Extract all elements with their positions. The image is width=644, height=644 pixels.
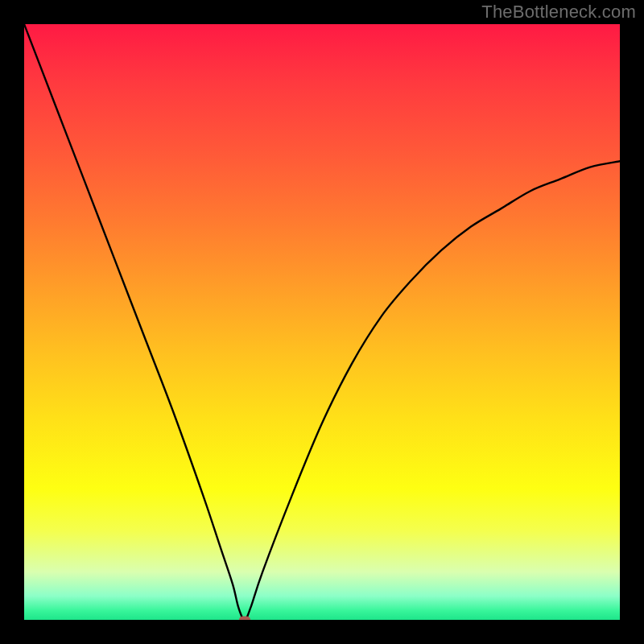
plot-area [24, 24, 620, 620]
watermark-text: TheBottleneck.com [481, 2, 636, 23]
bottleneck-curve [24, 24, 620, 620]
chart-frame: TheBottleneck.com [0, 0, 644, 644]
optimum-marker [239, 617, 250, 621]
curve-path [24, 24, 620, 620]
